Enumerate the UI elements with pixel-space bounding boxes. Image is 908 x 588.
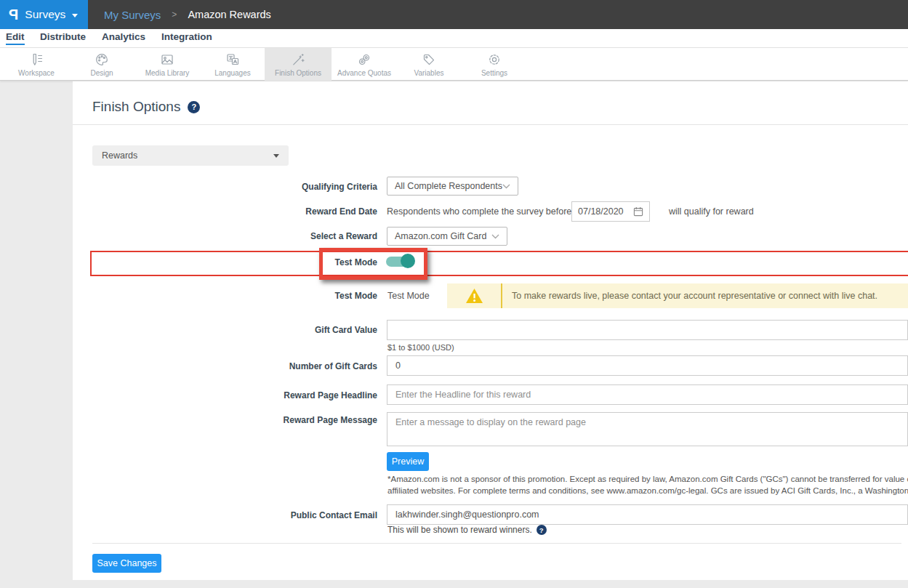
test-mode-status-value: Test Mode	[387, 286, 430, 305]
warning-triangle-icon	[447, 288, 501, 304]
toolbar-tab-label: Variables	[414, 69, 444, 77]
help-icon[interactable]: ?	[537, 525, 547, 535]
page-title: Finish Options	[92, 99, 180, 115]
reward-end-date-suffix: will qualify for reward	[669, 201, 754, 222]
surveys-menu[interactable]: P Surveys	[0, 0, 88, 29]
warning-message: To make rewards live, please contact you…	[502, 291, 877, 301]
questionpro-logo-icon: P	[9, 7, 18, 23]
toolbar-tab-languages[interactable]: Languages	[199, 48, 266, 81]
test-mode-toggle[interactable]	[386, 254, 415, 268]
amazon-disclaimer-line2: affiliated websites. For complete terms …	[387, 486, 908, 495]
toolbar-tab-label: Design	[90, 69, 113, 77]
survey-nav: Edit Distribute Analytics Integration	[0, 29, 908, 48]
toolbar-tab-variables[interactable]: Variables	[395, 48, 462, 81]
toolbar-tab-design[interactable]: Design	[68, 48, 135, 81]
product-name: Surveys	[25, 8, 65, 21]
toolbar-tab-advance-quotas[interactable]: Advance Quotas	[331, 48, 398, 81]
toolbar-tab-settings[interactable]: Settings	[461, 48, 528, 81]
gift-card-value-label: Gift Card Value	[228, 321, 377, 339]
amazon-disclaimer-line1: *Amazon.com is not a sponsor of this pro…	[387, 475, 908, 483]
nav-tab-edit[interactable]: Edit	[6, 31, 25, 45]
reward-end-date-prefix: Respondents who complete the survey befo…	[387, 201, 571, 222]
test-mode-toggle-label: Test Mode	[228, 253, 377, 272]
test-mode-status-label: Test Mode	[228, 286, 377, 305]
footer-divider	[92, 543, 901, 544]
help-icon[interactable]: ?	[188, 101, 200, 113]
number-of-gift-cards-input[interactable]	[387, 355, 908, 376]
preview-button[interactable]: Preview	[387, 452, 429, 471]
reward-page-headline-label: Reward Page Headline	[228, 385, 377, 406]
languages-icon	[225, 52, 240, 67]
reward-page-headline-input[interactable]	[387, 384, 908, 405]
select-a-reward-label: Select a Reward	[228, 227, 377, 246]
gift-card-value-helper: $1 to $1000 (USD)	[387, 343, 454, 352]
toggle-knob	[401, 254, 415, 268]
qualifying-criteria-value: All Complete Respondents	[395, 181, 502, 191]
reward-end-date-field	[571, 201, 650, 222]
nav-tab-integration[interactable]: Integration	[161, 31, 212, 44]
nav-tab-distribute[interactable]: Distribute	[40, 31, 86, 44]
public-contact-email-helper: This will be shown to reward winners.	[387, 525, 532, 535]
chevron-down-icon	[72, 14, 78, 17]
edit-toolbar: Workspace Design Media Library Languages…	[0, 48, 908, 81]
toolbar-tab-label: Settings	[481, 69, 507, 77]
toolbar-tab-finish-options[interactable]: Finish Options	[265, 48, 332, 81]
public-contact-email-label: Public Contact Email	[228, 505, 377, 525]
select-a-reward-select[interactable]: Amazon.com Gift Card	[387, 227, 507, 246]
qualifying-criteria-select[interactable]: All Complete Respondents	[387, 177, 518, 196]
design-icon	[95, 52, 109, 67]
breadcrumb-current-survey: Amazon Rewards	[188, 9, 270, 20]
toolbar-tab-label: Media Library	[145, 69, 190, 77]
reward-end-date-input[interactable]	[578, 206, 629, 217]
nav-tab-analytics[interactable]: Analytics	[102, 31, 145, 44]
breadcrumb-my-surveys[interactable]: My Surveys	[104, 9, 161, 21]
calendar-icon[interactable]	[633, 206, 643, 217]
reward-end-date-label: Reward End Date	[228, 201, 377, 222]
workspace-icon	[29, 52, 44, 67]
reward-page-message-textarea[interactable]	[387, 412, 908, 446]
settings-icon	[487, 52, 502, 67]
qualifying-criteria-label: Qualifying Criteria	[228, 177, 377, 196]
toolbar-tab-media-library[interactable]: Media Library	[134, 48, 201, 81]
dropdown-caret-icon	[273, 154, 279, 158]
finish-options-icon	[291, 52, 305, 67]
advance-quotas-icon	[357, 52, 371, 67]
gift-card-value-input[interactable]	[387, 320, 908, 340]
title-divider	[73, 124, 908, 125]
toolbar-tab-label: Workspace	[18, 69, 55, 77]
variables-icon	[422, 52, 436, 67]
toolbar-tab-label: Advance Quotas	[337, 69, 391, 77]
save-changes-button[interactable]: Save Changes	[92, 554, 161, 573]
breadcrumb: My Surveys > Amazon Rewards	[104, 0, 271, 29]
finish-option-type-value: Rewards	[102, 150, 137, 161]
toolbar-tab-label: Finish Options	[275, 69, 321, 77]
toolbar-tab-label: Languages	[214, 69, 251, 77]
media-library-icon	[160, 52, 174, 67]
reward-page-message-label: Reward Page Message	[228, 415, 377, 425]
select-a-reward-value: Amazon.com Gift Card	[395, 231, 486, 241]
finish-option-type-dropdown[interactable]: Rewards	[92, 145, 289, 166]
number-of-gift-cards-label: Number of Gift Cards	[228, 356, 377, 376]
top-bar: P Surveys My Surveys > Amazon Rewards	[0, 0, 908, 29]
public-contact-email-input[interactable]	[387, 504, 908, 525]
chevron-down-icon	[491, 234, 499, 239]
test-mode-warning-banner: To make rewards live, please contact you…	[447, 283, 908, 308]
toolbar-tab-workspace[interactable]: Workspace	[3, 48, 70, 81]
breadcrumb-separator: >	[172, 9, 177, 20]
screen: P Surveys My Surveys > Amazon Rewards Ed…	[0, 0, 908, 588]
chevron-down-icon	[502, 184, 510, 189]
